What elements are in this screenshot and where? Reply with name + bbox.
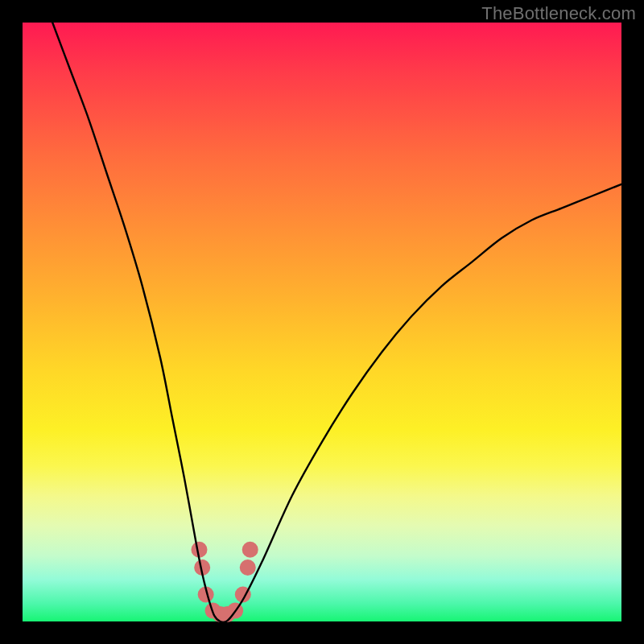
- bottleneck-curve-svg: [23, 23, 621, 621]
- highlight-marker-layer: [191, 542, 258, 622]
- chart-plot-area: [23, 23, 621, 621]
- highlight-dot: [242, 542, 258, 558]
- highlight-dot: [240, 559, 256, 576]
- watermark-text: TheBottleneck.com: [481, 3, 636, 24]
- bottleneck-curve-path: [52, 23, 621, 622]
